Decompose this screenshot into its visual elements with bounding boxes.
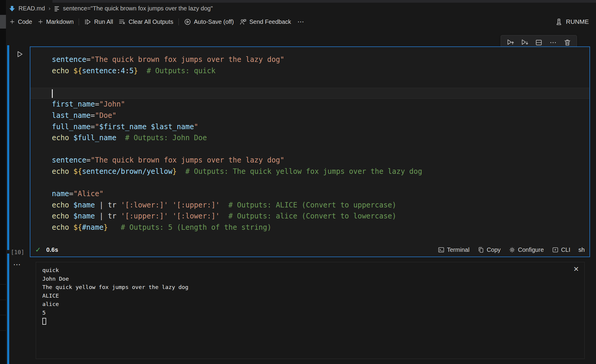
- output-menu-button[interactable]: ⋯: [13, 261, 21, 268]
- editor-tab-strip: [52, 0, 596, 3]
- success-check-icon: ✓: [35, 246, 41, 253]
- terminal-output[interactable]: quickJohn DoeThe quick yellow fox jumps …: [42, 266, 188, 325]
- code-line[interactable]: echo ${sentence/brown/yellow} # Outputs:…: [30, 166, 589, 177]
- split-cell-icon: [535, 39, 543, 46]
- cell-status-bar: ✓ 0.6s Terminal Copy Config: [30, 243, 589, 257]
- toolbar-more-button[interactable]: ⋯: [294, 18, 308, 26]
- feedback-person-icon: [239, 18, 247, 26]
- add-code-label: Code: [18, 18, 32, 25]
- clear-all-outputs-button[interactable]: Clear All Outputs: [116, 17, 176, 27]
- configure-label: Configure: [518, 246, 544, 253]
- code-line[interactable]: echo $full_name # Outputs: John Doe: [30, 132, 589, 144]
- breadcrumb: READ.md › sentence="The quick brown fox …: [9, 3, 213, 13]
- output-line: quick: [42, 266, 188, 275]
- code-line[interactable]: echo ${#name} # Outputs: 5 (Length of th…: [30, 222, 589, 233]
- auto-save-toggle[interactable]: Auto-Save (off): [181, 17, 237, 27]
- code-line[interactable]: name="Alice": [30, 188, 589, 200]
- breadcrumb-file[interactable]: READ.md: [18, 5, 45, 12]
- code-line[interactable]: [30, 76, 589, 88]
- run-all-button[interactable]: Run All: [81, 17, 116, 27]
- plus-icon: [38, 19, 44, 25]
- cli-icon: [552, 246, 559, 253]
- run-all-icon: [84, 18, 91, 26]
- symbol-list-icon: [54, 6, 60, 11]
- rail-divider: [0, 330, 6, 331]
- play-circle-icon: [184, 18, 191, 26]
- output-line: alice: [42, 300, 188, 309]
- cli-label: CLI: [561, 246, 570, 253]
- run-above-icon: [506, 38, 514, 46]
- code-line[interactable]: [30, 177, 589, 189]
- copy-button[interactable]: Copy: [477, 246, 501, 253]
- gear-icon: [509, 246, 516, 253]
- terminal-icon: [438, 246, 445, 253]
- code-line[interactable]: [30, 144, 589, 155]
- rail-divider: [0, 284, 6, 285]
- copy-icon: [477, 246, 484, 253]
- terminal-button[interactable]: Terminal: [438, 246, 470, 253]
- run-all-label: Run All: [94, 18, 113, 25]
- configure-button[interactable]: Configure: [509, 246, 544, 253]
- execution-count: [10]: [11, 249, 24, 255]
- play-icon: [15, 50, 24, 58]
- terminal-cursor: [42, 318, 46, 325]
- ellipsis-icon: [549, 39, 557, 46]
- close-icon[interactable]: ✕: [573, 266, 579, 273]
- code-line[interactable]: [30, 88, 589, 99]
- notebook-toolbar: Code Markdown Run All Clear All Outputs …: [7, 15, 594, 28]
- code-cell: sentence="The quick brown fox jumps over…: [30, 46, 590, 257]
- code-line[interactable]: sentence="The quick brown fox jumps over…: [30, 155, 589, 166]
- run-cell-button[interactable]: [15, 50, 24, 58]
- output-line: The quick yellow fox jumps over the lazy…: [42, 283, 188, 292]
- code-line[interactable]: last_name="Doe": [30, 110, 589, 121]
- code-editor[interactable]: sentence="The quick brown fox jumps over…: [30, 47, 589, 243]
- cell-output: quickJohn DoeThe quick yellow fox jumps …: [36, 262, 585, 359]
- code-line[interactable]: sentence="The quick brown fox jumps over…: [30, 54, 589, 65]
- add-code-button[interactable]: Code: [7, 17, 35, 27]
- code-line[interactable]: first_name="John": [30, 99, 589, 110]
- terminal-label: Terminal: [447, 246, 470, 253]
- copy-label: Copy: [487, 246, 501, 253]
- code-line[interactable]: echo $name | tr '[:upper:]' '[:lower:]' …: [30, 211, 589, 222]
- auto-save-label: Auto-Save (off): [194, 18, 234, 25]
- output-line: John Doe: [42, 275, 188, 283]
- add-markdown-label: Markdown: [46, 18, 74, 25]
- trash-icon: [564, 39, 571, 46]
- plus-icon: [9, 19, 15, 25]
- cell-focus-bar: [7, 45, 9, 250]
- rail-divider: [0, 300, 6, 300]
- scrollbar-thumb[interactable]: [0, 15, 6, 29]
- clear-all-label: Clear All Outputs: [128, 18, 173, 25]
- runme-label: RUNME: [566, 18, 589, 25]
- runme-brand: RUNME: [555, 18, 594, 26]
- runme-logo-icon: [555, 18, 563, 26]
- add-markdown-button[interactable]: Markdown: [35, 17, 76, 27]
- run-below-icon: [521, 38, 529, 46]
- send-feedback-label: Send Feedback: [249, 18, 291, 25]
- code-line[interactable]: echo ${sentence:4:5} # Outputs: quick: [30, 65, 589, 77]
- text-cursor: [52, 89, 53, 98]
- send-feedback-button[interactable]: Send Feedback: [237, 17, 294, 27]
- chevron-right-icon: ›: [48, 5, 51, 12]
- output-line: ALICE: [42, 292, 188, 300]
- clear-outputs-icon: [118, 18, 126, 26]
- left-rail: [0, 0, 6, 364]
- output-line: 5: [42, 309, 188, 317]
- rail-divider: [0, 315, 6, 315]
- cli-button[interactable]: CLI: [552, 246, 570, 253]
- output-focus-bar: [7, 254, 9, 364]
- toolbar-separator: [179, 18, 179, 25]
- code-line[interactable]: echo $name | tr '[:lower:]' '[:upper:]' …: [30, 200, 589, 211]
- toolbar-separator: [79, 18, 79, 25]
- code-line[interactable]: full_name="$first_name $last_name": [30, 121, 589, 133]
- markdown-file-icon: [9, 5, 15, 12]
- language-selector[interactable]: sh: [578, 246, 585, 253]
- execution-duration: 0.6s: [46, 246, 58, 253]
- breadcrumb-section[interactable]: sentence="The quick brown fox jumps over…: [63, 5, 213, 12]
